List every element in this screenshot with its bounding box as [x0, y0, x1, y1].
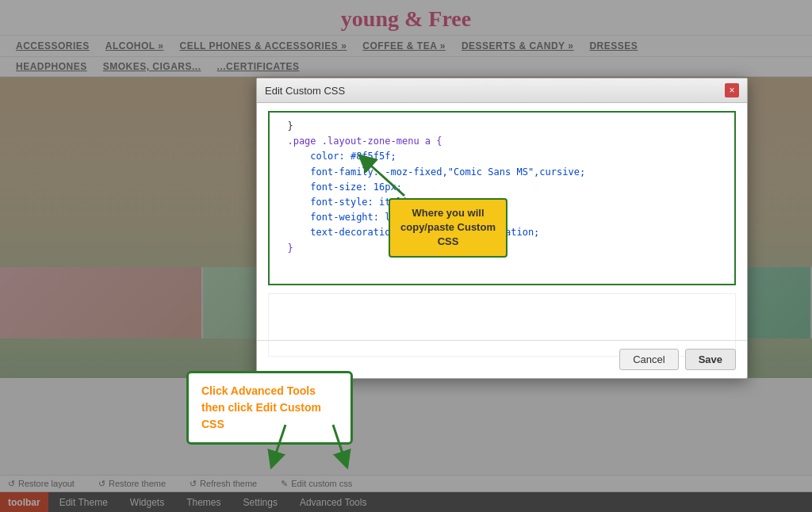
tooltip-arrow-svg — [349, 152, 412, 200]
callout-arrow-svg — [270, 425, 365, 464]
modal-close-button[interactable]: × — [725, 83, 739, 97]
svg-line-0 — [365, 160, 404, 196]
svg-line-1 — [274, 425, 285, 460]
css-line-2: .page .layout-zone-menu a { — [276, 134, 728, 149]
tooltip-content: Where you will copy/paste Custom CSS — [389, 198, 508, 258]
copy-paste-tooltip: Where you will copy/paste Custom CSS — [389, 198, 508, 258]
svg-line-2 — [333, 425, 345, 460]
modal-title: Edit Custom CSS — [265, 85, 345, 97]
css-line-1: } — [276, 119, 728, 134]
callout-text: Click Advanced Tools then click Edit Cus… — [201, 384, 321, 430]
css-line-5: font-size: 16px; — [276, 180, 728, 195]
css-line-4: font-family: -moz-fixed,"Comic Sans MS",… — [276, 165, 728, 180]
cancel-button[interactable]: Cancel — [619, 349, 678, 370]
modal-header: Edit Custom CSS × — [257, 78, 747, 103]
css-line-3: color: #8f5f5f; — [276, 149, 728, 164]
save-button[interactable]: Save — [685, 349, 736, 370]
callout-arrow-container — [270, 425, 365, 468]
tooltip-text: Where you will copy/paste Custom CSS — [400, 207, 496, 247]
